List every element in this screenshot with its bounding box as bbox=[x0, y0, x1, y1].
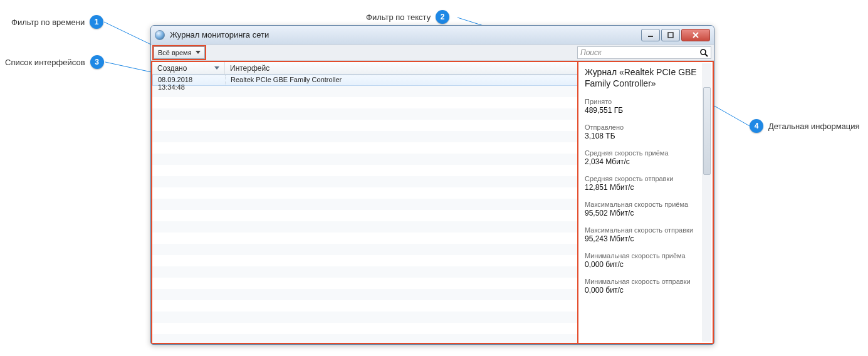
callout-2: Фильтр по тексту 2 bbox=[366, 10, 449, 24]
stat-sent: Отправлено 3,108 ТБ bbox=[585, 123, 706, 140]
callout-1: Фильтр по времени 1 bbox=[11, 15, 103, 29]
stat-value: 0,000 бит/с bbox=[585, 260, 706, 269]
stat-label: Средняя скорость приёма bbox=[585, 149, 706, 157]
column-created-label: Создано bbox=[157, 64, 187, 73]
time-filter-label: Всё время bbox=[158, 49, 192, 56]
sort-arrow-icon bbox=[214, 66, 219, 70]
table-row[interactable]: 08.09.2018 13:34:48 Realtek PCIe GBE Fam… bbox=[152, 75, 578, 86]
window-controls bbox=[641, 29, 710, 41]
cell-interface: Realtek PCIe GBE Family Controller bbox=[226, 75, 577, 85]
minimize-button[interactable] bbox=[641, 29, 660, 41]
minimize-icon bbox=[647, 33, 654, 38]
callout-1-label: Фильтр по времени bbox=[11, 18, 85, 27]
stat-avg-rx: Средняя скорость приёма 2,034 Мбит/с bbox=[585, 149, 706, 166]
svg-line-2 bbox=[105, 62, 154, 73]
details-pane: Журнал «Realtek PCIe GBE Family Controll… bbox=[578, 62, 713, 343]
callout-1-bubble: 1 bbox=[90, 15, 103, 29]
cell-created: 08.09.2018 13:34:48 bbox=[153, 75, 226, 85]
stat-label: Принято bbox=[585, 98, 706, 105]
column-created[interactable]: Создано bbox=[152, 62, 225, 74]
app-window: Журнал мониторинга сети Всё время bbox=[150, 25, 714, 345]
stat-label: Отправлено bbox=[585, 123, 706, 131]
details-title: Журнал «Realtek PCIe GBE Family Controll… bbox=[585, 67, 706, 89]
rows-container[interactable]: 08.09.2018 13:34:48 Realtek PCIe GBE Fam… bbox=[152, 75, 578, 343]
stat-value: 3,108 ТБ bbox=[585, 132, 706, 140]
stat-value: 489,551 ГБ bbox=[585, 106, 706, 115]
maximize-icon bbox=[667, 32, 674, 38]
titlebar[interactable]: Журнал мониторинга сети bbox=[151, 26, 714, 45]
callout-3: Список интерфейсов 3 bbox=[5, 55, 104, 69]
window-title: Журнал мониторинга сети bbox=[170, 30, 636, 39]
stat-value: 2,034 Мбит/с bbox=[585, 157, 706, 166]
search-icon[interactable] bbox=[699, 48, 708, 57]
search-input[interactable] bbox=[580, 48, 699, 57]
search-field[interactable] bbox=[577, 46, 711, 59]
scrollbar-thumb[interactable] bbox=[703, 87, 711, 175]
column-interface[interactable]: Интерфейс bbox=[225, 62, 578, 74]
svg-line-9 bbox=[705, 54, 708, 56]
column-headers: Создано Интерфейс bbox=[152, 62, 578, 75]
callout-4-label: Детальная информация bbox=[768, 122, 860, 131]
stat-label: Минимальная скорость приёма bbox=[585, 252, 706, 259]
callout-3-label: Список интерфейсов bbox=[5, 58, 85, 67]
callout-2-label: Фильтр по тексту bbox=[366, 13, 431, 22]
callout-4-bubble: 4 bbox=[750, 119, 763, 133]
svg-rect-5 bbox=[668, 33, 673, 38]
stat-value: 0,000 бит/с bbox=[585, 286, 706, 295]
close-button[interactable] bbox=[681, 29, 710, 41]
stat-label: Минимальная скорость отправки bbox=[585, 278, 706, 285]
toolbar: Всё время bbox=[151, 45, 714, 61]
app-icon bbox=[155, 30, 165, 40]
stat-avg-tx: Средняя скорость отправки 12,851 Мбит/с bbox=[585, 175, 706, 192]
callout-3-bubble: 3 bbox=[90, 55, 104, 69]
close-icon bbox=[692, 32, 699, 38]
time-filter-dropdown[interactable]: Всё время bbox=[154, 46, 205, 59]
chevron-down-icon bbox=[196, 51, 201, 54]
maximize-button[interactable] bbox=[661, 29, 680, 41]
callout-4: 4 Детальная информация bbox=[750, 119, 860, 133]
column-interface-label: Интерфейс bbox=[230, 64, 269, 73]
stat-value: 95,502 Мбит/с bbox=[585, 209, 706, 217]
stat-received: Принято 489,551 ГБ bbox=[585, 98, 706, 115]
stat-label: Средняя скорость отправки bbox=[585, 175, 706, 182]
stat-value: 95,243 Мбит/с bbox=[585, 234, 706, 243]
stat-label: Максимальная скорость отправки bbox=[585, 226, 706, 234]
stat-min-rx: Минимальная скорость приёма 0,000 бит/с bbox=[585, 252, 706, 269]
interface-list-pane: Создано Интерфейс 08.09.2018 13:34:48 Re… bbox=[152, 62, 578, 343]
stat-value: 12,851 Мбит/с bbox=[585, 183, 706, 192]
stat-min-tx: Минимальная скорость отправки 0,000 бит/… bbox=[585, 278, 706, 295]
stat-max-rx: Максимальная скорость приёма 95,502 Мбит… bbox=[585, 201, 706, 217]
svg-point-8 bbox=[701, 50, 706, 55]
stat-max-tx: Максимальная скорость отправки 95,243 Мб… bbox=[585, 226, 706, 243]
stat-label: Максимальная скорость приёма bbox=[585, 201, 706, 208]
content-body: Создано Интерфейс 08.09.2018 13:34:48 Re… bbox=[152, 62, 713, 343]
callout-2-bubble: 2 bbox=[436, 10, 449, 24]
